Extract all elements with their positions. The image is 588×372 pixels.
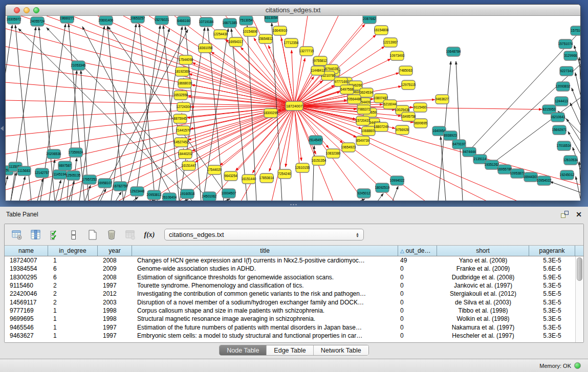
graph-node[interactable]: 8938923 <box>444 131 457 140</box>
graph-node[interactable]: 10004507 <box>222 189 236 198</box>
graph-node[interactable]: 16210643 <box>551 113 565 122</box>
table-row[interactable]: 911546021997Tourette syndrome. Phenomeno… <box>5 281 575 290</box>
graph-node[interactable]: 10653257 <box>130 16 145 23</box>
tab-edge-table[interactable]: Edge Table <box>267 345 313 355</box>
column-header-name[interactable]: name <box>5 246 48 256</box>
graph-node[interactable]: 19245012 <box>560 170 575 180</box>
graph-node[interactable]: 6466160 <box>177 16 190 26</box>
graph-node[interactable]: 18724007 <box>286 101 303 111</box>
graph-node[interactable]: 9699695 <box>414 119 427 128</box>
graph-node[interactable]: 16958107 <box>98 179 113 188</box>
function-builder-icon[interactable]: f(x) <box>143 229 156 241</box>
graph-node[interactable]: 7513054 <box>239 16 253 25</box>
graph-node[interactable]: 9227343 <box>560 67 573 76</box>
graph-node[interactable]: 9115460 <box>413 103 427 112</box>
graph-node[interactable]: 9756928 <box>396 125 409 135</box>
column-header-title[interactable]: title <box>132 246 398 256</box>
graph-node[interactable]: 15751074 <box>558 39 573 49</box>
graph-node[interactable]: 3624534 <box>360 88 373 97</box>
graph-node[interactable]: 16944301 <box>524 172 538 182</box>
column-header-out_de[interactable]: △out_de… <box>398 246 437 256</box>
graph-node[interactable]: 26106404 <box>162 193 177 201</box>
table-row[interactable]: 946554611997Estimation of the future num… <box>5 323 575 331</box>
table-vertical-scrollbar[interactable] <box>575 256 583 342</box>
graph-node[interactable]: 15720437 <box>356 116 371 125</box>
graph-node[interactable]: 16495758 <box>401 112 416 121</box>
graph-node[interactable]: 19654923 <box>341 143 356 152</box>
graph-node[interactable]: 7254240 <box>278 169 291 179</box>
graph-node[interactable]: 10648784 <box>446 47 461 56</box>
graph-node[interactable]: 15145457 <box>309 136 323 145</box>
graph-node[interactable]: 17957253 <box>82 175 97 184</box>
network-window-titlebar[interactable]: citations_edges.txt <box>6 5 580 16</box>
graph-node[interactable]: 8313054 <box>265 16 278 23</box>
table-row[interactable]: 1872400712008Changes of HCN gene express… <box>5 256 575 265</box>
graph-node[interactable]: 12142757 <box>35 168 50 178</box>
graph-node[interactable]: 8875945 <box>173 114 187 123</box>
column-header-in_degree[interactable]: in_degree <box>48 246 98 256</box>
graph-node[interactable]: 21441570 <box>176 126 191 135</box>
graph-node[interactable]: 20206536 <box>47 149 61 159</box>
column-header-short[interactable]: short <box>437 246 529 256</box>
close-window-button[interactable] <box>14 7 20 13</box>
graph-node[interactable]: 17016534 <box>557 141 572 150</box>
graph-node[interactable]: 16532558 <box>173 91 188 100</box>
graph-node[interactable]: 6497568 <box>340 85 354 94</box>
memory-status-icon[interactable] <box>574 362 581 369</box>
table-row[interactable]: 2242004622012Investigating the contribut… <box>5 290 575 298</box>
graph-node[interactable]: 9897587 <box>58 161 72 170</box>
graph-node[interactable]: 20691406 <box>99 16 114 25</box>
graph-node[interactable]: 11448412 <box>311 66 325 75</box>
table-options-icon[interactable] <box>11 229 23 241</box>
graph-node[interactable]: 1244413 <box>555 97 568 106</box>
table-row[interactable]: 1830029562008Estimation of significance … <box>5 273 575 281</box>
graph-node[interactable]: 18192369 <box>175 67 190 76</box>
close-panel-icon[interactable]: ✕ <box>576 211 582 218</box>
column-header-pagerank[interactable]: pagerank <box>529 246 575 256</box>
graph-node[interactable]: 20564486 <box>347 95 362 104</box>
column-header-year[interactable]: year <box>98 246 132 256</box>
graph-node[interactable]: 10994022 <box>390 176 405 185</box>
panel-divider-grip[interactable] <box>290 204 297 206</box>
unselect-all-columns-icon[interactable] <box>68 229 80 241</box>
graph-node[interactable]: 16151354 <box>312 156 326 165</box>
graph-node[interactable]: 12213967 <box>383 38 398 47</box>
graph-node[interactable]: 1575104 <box>571 26 580 35</box>
graph-node[interactable]: 16154808 <box>374 26 389 35</box>
scrollbar-thumb[interactable] <box>577 257 582 281</box>
graph-node[interactable]: 24055724 <box>30 17 45 26</box>
graph-node[interactable]: 12093832 <box>556 82 571 91</box>
graph-node[interactable]: 17853614 <box>259 173 274 183</box>
graph-node[interactable]: 12254430 <box>213 30 228 39</box>
graph-node[interactable]: 7485063 <box>399 66 412 75</box>
float-panel-icon[interactable] <box>561 211 569 218</box>
graph-node[interactable]: 1145194 <box>53 170 67 179</box>
graph-node[interactable]: 18300295 <box>264 108 278 118</box>
zoom-window-button[interactable] <box>33 7 39 13</box>
tab-network-table[interactable]: Network Table <box>314 345 368 355</box>
collapse-panel-arrow-icon[interactable] <box>1 126 4 131</box>
network-canvas[interactable]: 1630597224055724196602712069140610653257… <box>6 16 580 201</box>
graph-node[interactable]: 8549739 <box>356 136 369 145</box>
graph-node[interactable]: 10719184 <box>199 17 214 27</box>
graph-node[interactable]: 14527452 <box>174 138 189 147</box>
graph-node[interactable]: 17359924 <box>69 148 83 157</box>
table-row[interactable]: 969969511998Structural magnetic resonanc… <box>5 315 575 323</box>
graph-node[interactable]: 19160518 <box>180 189 195 199</box>
graph-node[interactable]: 17712354 <box>284 38 299 48</box>
graph-node[interactable]: 16151447 <box>182 161 197 170</box>
graph-node[interactable]: 18440202 <box>178 149 193 159</box>
tab-node-table[interactable]: Node Table <box>220 345 267 355</box>
graph-node[interactable]: 15276021 <box>155 16 169 25</box>
graph-node[interactable]: 18668039 <box>178 79 192 88</box>
graph-node[interactable]: 17544098 <box>179 55 193 64</box>
table-row[interactable]: 946362711997Embryonic stem cells: a mode… <box>5 332 575 340</box>
graph-node[interactable]: 18807249 <box>374 122 389 132</box>
graph-node[interactable]: 20953813 <box>147 190 162 200</box>
graph-node[interactable]: 12975115 <box>401 80 416 90</box>
graph-node[interactable]: 12610534 <box>563 156 578 165</box>
graph-node[interactable]: 18092519 <box>375 183 390 192</box>
graph-node[interactable]: 12724304 <box>177 102 191 112</box>
graph-node[interactable]: 17544020 <box>207 165 222 174</box>
graph-node[interactable]: 10832380 <box>326 149 341 158</box>
